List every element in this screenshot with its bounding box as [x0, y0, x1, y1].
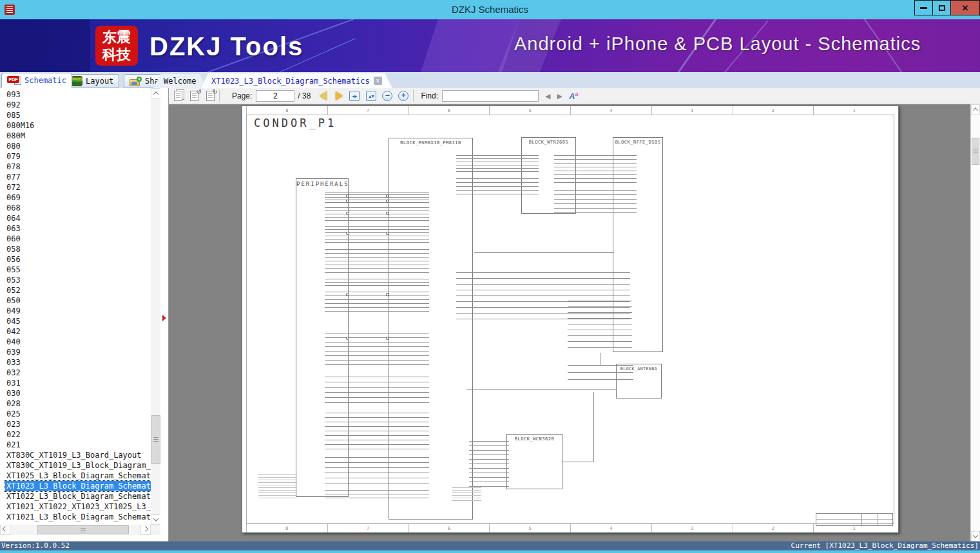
- scroll-down-button[interactable]: [151, 514, 161, 525]
- page-label: Page:: [232, 91, 252, 100]
- list-item[interactable]: 049: [0, 306, 151, 316]
- list-item[interactable]: 040: [0, 337, 151, 347]
- wire-bundle: [568, 365, 633, 386]
- list-item[interactable]: 079: [0, 151, 151, 162]
- scroll-up-button[interactable]: [151, 88, 161, 98]
- sidebar-horizontal-scrollbar[interactable]: [0, 525, 161, 535]
- list-item[interactable]: 056: [0, 254, 151, 265]
- wire-bundle: [325, 292, 429, 312]
- minimize-button[interactable]: [914, 0, 933, 15]
- list-item[interactable]: 085: [0, 110, 151, 120]
- scrollbar-thumb[interactable]: [37, 525, 129, 534]
- previous-page-button[interactable]: [320, 91, 327, 100]
- ruler-top: 87654321: [246, 106, 894, 115]
- rotate-left-icon[interactable]: ↺: [190, 91, 198, 101]
- next-page-button[interactable]: [336, 91, 343, 100]
- list-item[interactable]: 077: [0, 172, 151, 182]
- current-document-text: Current [XT1023_L3_Block_Diagram_Schemat…: [791, 541, 979, 550]
- window-title: DZKJ Schematics: [0, 0, 980, 19]
- doc-tab-welcome[interactable]: Welcome: [153, 74, 207, 88]
- list-item[interactable]: 031: [0, 378, 151, 388]
- viewer-toolbar: ↺ ↻ Page: / 38 ◂▸ ▴▾ − + Find: ◀ ▶ Aa: [169, 88, 980, 104]
- list-item[interactable]: XT1021_L3_Block_Diagram_Schematics: [0, 512, 151, 522]
- panel-splitter[interactable]: [160, 88, 168, 541]
- page-number-input[interactable]: [256, 90, 294, 102]
- find-previous-icon[interactable]: ◀: [545, 92, 550, 100]
- list-item[interactable]: 080: [0, 141, 151, 151]
- list-item[interactable]: XT1022_L3_Block_Diagram_Schematics: [0, 491, 151, 501]
- list-item[interactable]: 080M16: [0, 120, 151, 131]
- splitter-collapse-icon[interactable]: [162, 315, 166, 321]
- list-item[interactable]: 033: [0, 357, 151, 368]
- sidebar-vertical-scrollbar[interactable]: [151, 88, 161, 525]
- toolbar-separator: [413, 90, 414, 102]
- wire-bundle: [325, 457, 429, 484]
- zoom-out-button[interactable]: −: [382, 91, 392, 101]
- list-item[interactable]: XT1021_XT1022_XT1023_XT1025_L3_Board_I: [0, 501, 151, 512]
- find-next-icon[interactable]: ▶: [557, 92, 562, 100]
- list-item[interactable]: 050: [0, 295, 151, 306]
- doc-tab-close-icon[interactable]: x: [374, 77, 382, 85]
- list-item[interactable]: 028: [0, 398, 151, 409]
- list-item[interactable]: 030: [0, 388, 151, 398]
- wire-bundle: [325, 192, 429, 203]
- scroll-up-button[interactable]: [971, 104, 980, 115]
- list-item[interactable]: 080M: [0, 131, 151, 141]
- list-item[interactable]: 042: [0, 326, 151, 337]
- find-input[interactable]: [442, 90, 539, 102]
- list-item[interactable]: 092: [0, 100, 151, 110]
- list-item[interactable]: 021: [0, 440, 151, 450]
- doc-tab-xt1023[interactable]: XT1023_L3_Block_Diagram_Schematics x: [201, 73, 392, 88]
- list-item[interactable]: XT1025_L3_Block_Diagram_Schematics: [0, 471, 151, 481]
- list-item[interactable]: 039: [0, 347, 151, 357]
- tab-schematic[interactable]: PDF Schematic: [1, 73, 72, 88]
- list-item[interactable]: 093: [0, 89, 151, 100]
- list-item[interactable]: XT830C_XT1019_L3_Block_Diagram_Schemat: [0, 460, 151, 471]
- list-item[interactable]: 025: [0, 409, 151, 419]
- toolbar-separator: [219, 90, 220, 102]
- close-button[interactable]: ✕: [950, 0, 980, 15]
- list-item[interactable]: 072: [0, 182, 151, 192]
- banner: 东震 科技 DZKJ Tools Android + iPhone & PCB …: [0, 19, 980, 72]
- list-item[interactable]: 053: [0, 275, 151, 285]
- list-item[interactable]: 045: [0, 316, 151, 326]
- list-item[interactable]: 068: [0, 203, 151, 213]
- logo-text-line1: 东震: [95, 28, 138, 46]
- scroll-left-button[interactable]: [0, 525, 10, 535]
- sidebar: 093 092 085 080M16 080M 080 079 078 077 …: [0, 88, 169, 541]
- list-item[interactable]: 063: [0, 223, 151, 234]
- list-item[interactable]: 064: [0, 213, 151, 223]
- rotate-right-icon[interactable]: ↻: [206, 91, 215, 101]
- block-wcn3620: BLOCK_WCN3620: [506, 434, 562, 489]
- list-item[interactable]: 055: [0, 265, 151, 275]
- list-item[interactable]: 058: [0, 244, 151, 254]
- scroll-right-button[interactable]: [140, 525, 151, 535]
- scroll-down-button[interactable]: [971, 531, 980, 541]
- wire-bundle: [325, 333, 429, 365]
- wire-bundle: [325, 279, 429, 288]
- match-case-icon[interactable]: Aa: [569, 91, 578, 101]
- fit-width-icon[interactable]: ◂▸: [349, 91, 360, 101]
- list-item[interactable]: 023: [0, 419, 151, 429]
- ruler-number: 8: [246, 106, 327, 115]
- list-item[interactable]: 022: [0, 429, 151, 440]
- copy-page-icon[interactable]: [174, 91, 182, 101]
- maximize-button[interactable]: [932, 0, 951, 15]
- scrollbar-thumb[interactable]: [151, 415, 160, 464]
- tab-layout[interactable]: PADS Layout: [66, 74, 119, 88]
- fit-page-icon[interactable]: ▴▾: [366, 91, 376, 101]
- scrollbar-thumb[interactable]: [972, 138, 979, 165]
- zoom-in-button[interactable]: +: [398, 91, 408, 101]
- list-item[interactable]: 060: [0, 234, 151, 244]
- list-item[interactable]: XT1023_L3_Block_Diagram_Schematics: [0, 481, 151, 491]
- ruler-bottom: 87654321: [246, 524, 894, 532]
- bus-tap: [346, 232, 349, 235]
- list-item[interactable]: 052: [0, 285, 151, 295]
- ruler-number: 6: [408, 524, 490, 532]
- list-item[interactable]: 069: [0, 192, 151, 203]
- list-item[interactable]: XT830C_XT1019_L3_Board_Layout: [0, 450, 151, 460]
- wire-bundle: [325, 249, 429, 275]
- list-item[interactable]: 032: [0, 368, 151, 378]
- list-item[interactable]: 078: [0, 162, 151, 172]
- viewer-vertical-scrollbar[interactable]: [970, 104, 980, 541]
